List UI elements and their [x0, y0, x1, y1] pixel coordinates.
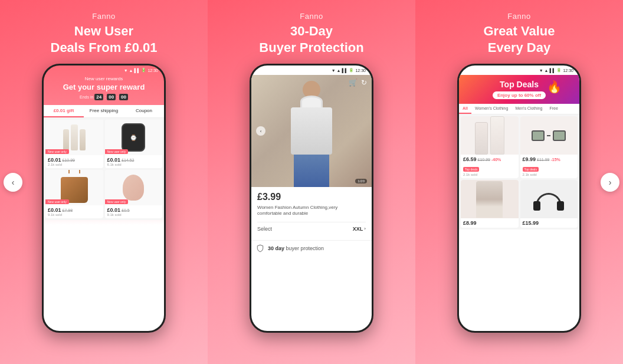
- chevron-right-icon: ›: [364, 226, 366, 231]
- product-card-woman-fashion[interactable]: £8.99: [461, 180, 519, 228]
- status-bar-center: ▼▲▌▌🔋 12:30: [251, 65, 372, 75]
- p1-header-main: Get your super reward: [48, 83, 159, 91]
- p3-price-1: £6.59: [463, 156, 477, 162]
- p2-select-label: Select: [257, 226, 272, 232]
- p3-price-2: £9.99: [523, 156, 536, 162]
- product-card-sunglasses[interactable]: £9.99 £11.99 -15% Top deals 2.1k sold: [520, 116, 578, 178]
- price-main: £0.01: [48, 157, 61, 163]
- new-user-badge-4: New user only: [105, 199, 129, 204]
- p2-price: £3.99: [257, 192, 366, 202]
- p3-top-deals-header: 🔥 Top Deals Enjoy up to 60% off: [459, 75, 579, 104]
- product-img-headphones: [520, 180, 578, 218]
- tab-coupon[interactable]: Coupon: [124, 105, 164, 117]
- p1-header: New user rewards Get your super reward E…: [44, 75, 164, 105]
- sold-count-2: 6.1k sold: [107, 163, 160, 166]
- brand-center: Fanno: [300, 12, 323, 21]
- protection-text: 30 day buyer protection: [268, 245, 324, 251]
- image-counter: 1/20: [355, 179, 367, 183]
- product-img-woman: [461, 180, 519, 218]
- p2-description: Women Fashion Autumn Clothing,verycomfor…: [257, 205, 366, 217]
- left-nav-arrow[interactable]: ‹: [4, 173, 22, 192]
- new-user-badge-2: New user only: [105, 149, 129, 154]
- product-card-cream[interactable]: £6.59 £10.99 -40% Top deals 2.1k sold: [461, 116, 519, 178]
- right-nav-arrow[interactable]: ›: [601, 173, 619, 192]
- tab-gift[interactable]: £0.01 gift: [44, 105, 84, 117]
- sold-count: 2.1k sold: [48, 163, 101, 166]
- panel-great-value: › Fanno Great ValueEvery Day ▼▲▌▌🔋 12:30…: [415, 0, 623, 364]
- p2-select-row[interactable]: Select XXL ›: [257, 222, 366, 232]
- p3-header-subtitle: Enjoy up to 60% off: [493, 91, 546, 99]
- p3-tabs: All Women's Clothing Men's Clothing Free: [459, 104, 579, 114]
- p1-tabs: £0.01 gift Free shipping Coupon: [44, 105, 164, 118]
- timer-hours: 24: [94, 94, 103, 100]
- product-card-headphones[interactable]: £15.99: [520, 180, 578, 228]
- phone-right: ▼▲▌▌🔋 12:30 🔥 Top Deals Enjoy up to 60% …: [457, 64, 581, 333]
- price-orig: £10.99: [63, 158, 75, 162]
- new-user-badge-3: New user only: [45, 199, 69, 204]
- status-bar-right: ▼▲▌▌🔋 12:30: [459, 65, 579, 75]
- fire-icon: 🔥: [547, 80, 562, 94]
- p3-sold-1: 2.1k sold: [463, 173, 516, 176]
- p3-sold-2: 2.1k sold: [523, 173, 576, 176]
- p2-prev-arrow[interactable]: ‹: [256, 126, 265, 136]
- phone-center: ▼▲▌▌🔋 12:30: [250, 64, 373, 333]
- p1-header-sub: New user rewards: [48, 76, 159, 81]
- woman-figure-illustration: [476, 181, 503, 218]
- price-orig-2: £14.52: [122, 158, 134, 162]
- price-orig-3: £7.98: [63, 208, 73, 212]
- top-deals-badge-1: Top deals: [463, 167, 479, 172]
- p2-product-info: £3.99 Women Fashion Autumn Clothing,very…: [251, 187, 372, 240]
- price-orig-4: £0.5: [122, 208, 130, 212]
- product-img-sunglasses: [520, 116, 578, 155]
- panel-title-center: 30-DayBuyer Protection: [259, 23, 363, 55]
- p3-discount-2: -15%: [550, 158, 560, 162]
- sunglasses-illustration: [532, 130, 566, 141]
- product-card-skincare[interactable]: New user only £0.01 £10.99 2.1k sold: [45, 120, 103, 168]
- sold-count-4: 9.1k sold: [107, 213, 160, 217]
- p3-price-3: £8.99: [463, 220, 477, 226]
- product-card-watch[interactable]: ⌚ New user only £0.01 £14.52 6.1k sold: [105, 120, 163, 168]
- p3-orig-2: £11.99: [537, 158, 549, 162]
- price-main-2: £0.01: [107, 157, 121, 163]
- product-card-bag[interactable]: New user only £0.01 £7.98 9.1k sold: [45, 170, 103, 218]
- cream-tubes-illustration: [475, 116, 504, 155]
- product-img-skincare: New user only: [45, 120, 103, 155]
- tab-all[interactable]: All: [459, 104, 471, 114]
- p3-product-grid: £6.59 £10.99 -40% Top deals 2.1k sold: [459, 114, 579, 229]
- tab-shipping[interactable]: Free shipping: [84, 105, 124, 117]
- tab-womens[interactable]: Women's Clothing: [471, 104, 511, 114]
- product-card-sponge[interactable]: New user only £0.01 £0.5 9.1k sold: [105, 170, 163, 218]
- sponge-illustration: [123, 175, 144, 201]
- headphones-illustration: [534, 185, 563, 214]
- sold-count-3: 9.1k sold: [48, 213, 101, 217]
- phone-left: ▼▲▌▌🔋 12:30 New user rewards Get your su…: [42, 64, 166, 333]
- p3-orig-1: £10.99: [478, 158, 490, 162]
- cart-icon[interactable]: 🛒: [349, 78, 358, 87]
- p2-top-icons: 🛒 ↻: [349, 78, 367, 87]
- p3-price-4: £15.99: [523, 220, 539, 226]
- share-icon[interactable]: ↻: [361, 78, 367, 87]
- product-img-cream: [461, 116, 519, 155]
- timer-minutes: 00: [107, 94, 116, 100]
- price-main-3: £0.01: [48, 207, 61, 213]
- product-img-bag: New user only: [45, 170, 103, 205]
- product-img-sponge: New user only: [105, 170, 163, 205]
- tab-free[interactable]: Free: [546, 104, 562, 114]
- p2-protection-bar: 30 day buyer protection: [251, 240, 372, 256]
- status-bar-left: ▼▲▌▌🔋 12:30: [44, 65, 164, 75]
- timer-row: Ends in 24 : 00 : 00: [48, 94, 159, 100]
- panel-title-left: New UserDeals From £0.01: [51, 23, 158, 55]
- top-deals-badge-2: Top deals: [523, 167, 539, 172]
- bag-handle-icon: [68, 170, 80, 173]
- panel-title-right: Great ValueEvery Day: [483, 23, 555, 55]
- price-main-4: £0.01: [107, 207, 121, 213]
- panel-buyer-protection: Fanno 30-DayBuyer Protection ▼▲▌▌🔋 12:30: [208, 0, 415, 364]
- tab-mens[interactable]: Men's Clothing: [511, 104, 546, 114]
- p2-select-value: XXL: [353, 226, 363, 232]
- timer-seconds: 00: [119, 94, 128, 100]
- p1-product-grid: New user only £0.01 £10.99 2.1k sold ⌚: [44, 118, 164, 220]
- shield-icon: [256, 244, 264, 252]
- p2-product-image: ‹ 🛒 ↻ 1/20: [251, 75, 372, 187]
- watch-illustration: ⌚: [122, 123, 145, 152]
- product-img-watch: ⌚ New user only: [105, 120, 163, 155]
